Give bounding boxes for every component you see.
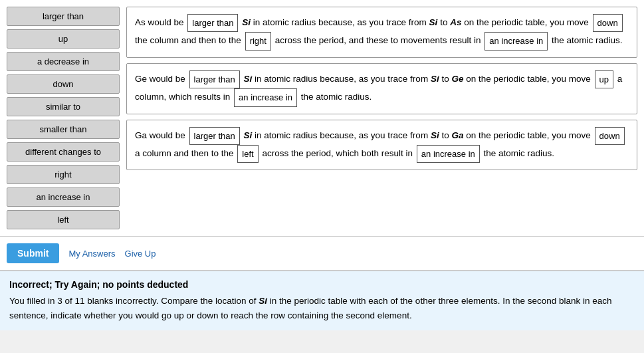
feedback-si: Si (259, 296, 267, 306)
s1-answer1[interactable]: larger than (187, 14, 238, 32)
s1-text1: As would be (135, 17, 186, 27)
s3-answer3[interactable]: left (237, 145, 258, 163)
word-btn-different-changes-to[interactable]: different changes to (7, 142, 120, 162)
s3-si1: Si (243, 130, 252, 140)
sentence-1: As would be larger than Si in atomic rad… (126, 7, 637, 58)
s2-si2: Si (431, 74, 439, 84)
s2-si1: Si (243, 74, 252, 84)
s3-answer4[interactable]: an increase in (417, 145, 480, 163)
feedback-box: Incorrect; Try Again; no points deducted… (0, 270, 644, 330)
s2-answer1[interactable]: larger than (189, 70, 240, 88)
s1-answer2[interactable]: down (593, 14, 623, 32)
s3-ga: Ga (451, 130, 463, 140)
s2-text2: Si in atomic radius because, as you trac… (241, 74, 593, 84)
s1-text4: across the period, and these to movement… (272, 36, 483, 46)
word-btn-right[interactable]: right (7, 165, 120, 184)
word-bank: larger than up a decrease in down simila… (7, 7, 120, 229)
s1-text3: the column and then to the (135, 36, 244, 46)
s1-text5: the atomic radius. (549, 36, 622, 46)
s2-text1: Ge would be (135, 74, 188, 84)
word-btn-down[interactable]: down (7, 74, 120, 94)
s1-answer4[interactable]: an increase in (484, 32, 548, 50)
s1-si2: Si (429, 17, 438, 27)
s2-ge: Ge (451, 74, 463, 84)
s3-text3: a column and then to the (135, 148, 236, 158)
word-btn-up[interactable]: up (7, 29, 120, 49)
word-btn-an-increase-in[interactable]: an increase in (7, 187, 120, 207)
exercise-area: larger than up a decrease in down simila… (0, 0, 644, 236)
word-btn-a-decrease-in[interactable]: a decrease in (7, 52, 120, 71)
s3-text1: Ga would be (135, 130, 188, 140)
s3-text4: across the period, which both result in (260, 148, 415, 158)
word-btn-similar-to[interactable]: similar to (7, 97, 120, 116)
s3-text2: Si in atomic radius because, as you trac… (241, 130, 593, 140)
word-btn-larger-than[interactable]: larger than (7, 7, 120, 26)
s2-text4: the atomic radius. (298, 92, 372, 102)
s1-as: As (450, 17, 461, 27)
sentences-area: As would be larger than Si in atomic rad… (126, 7, 637, 229)
s3-si2: Si (431, 130, 439, 140)
main-container: larger than up a decrease in down simila… (0, 0, 644, 330)
s3-answer2[interactable]: down (595, 127, 625, 145)
my-answers-link[interactable]: My Answers (68, 249, 115, 259)
s1-text2: Si in atomic radius because, as you trac… (239, 17, 591, 27)
give-up-link[interactable]: Give Up (125, 249, 156, 259)
submit-button[interactable]: Submit (7, 243, 59, 263)
feedback-text: You filled in 3 of 11 blanks incorrectly… (9, 294, 635, 322)
word-btn-left[interactable]: left (7, 210, 120, 229)
s1-answer3[interactable]: right (245, 32, 271, 50)
sentence-3: Ga would be larger than Si in atomic rad… (126, 120, 637, 171)
feedback-title: Incorrect; Try Again; no points deducted (9, 279, 635, 290)
s2-answer3[interactable]: an increase in (234, 88, 297, 106)
action-bar: Submit My Answers Give Up (0, 236, 644, 270)
s1-si1: Si (242, 17, 251, 27)
word-btn-smaller-than[interactable]: smaller than (7, 120, 120, 139)
sentence-2: Ge would be larger than Si in atomic rad… (126, 63, 637, 114)
s2-answer2[interactable]: up (595, 70, 613, 88)
s3-answer1[interactable]: larger than (189, 127, 240, 145)
s3-text5: the atomic radius. (481, 148, 554, 158)
